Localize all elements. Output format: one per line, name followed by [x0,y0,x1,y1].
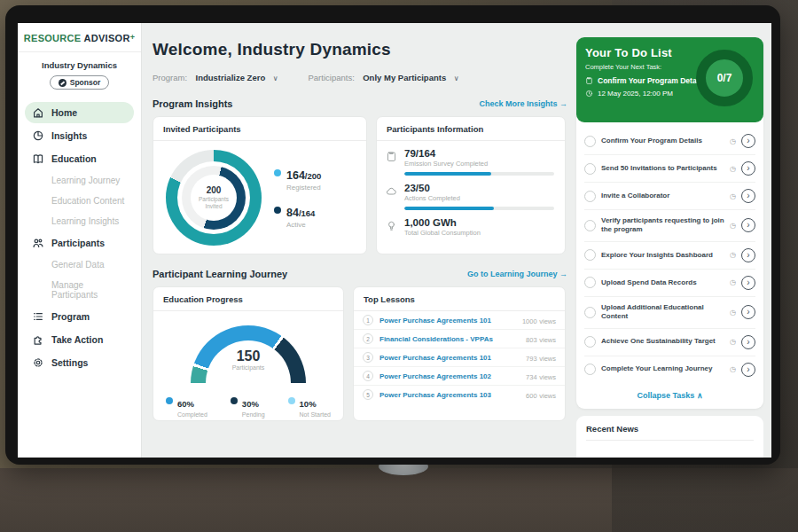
lesson-link[interactable]: Financial Considerations - VPPAs [379,335,520,343]
sidebar-item-manage-participants[interactable]: Manage Participants [25,276,134,304]
clock-icon: ◷ [730,338,736,346]
sidebar-item-learning-insights[interactable]: Learning Insights [25,212,134,231]
participants-value: Only My Participants [363,73,446,82]
card-title: Invited Participants [153,117,366,141]
logo-secondary: ADVISOR [83,33,129,43]
lesson-row: 5 Power Purchase Agreements 103 600 view… [354,386,565,403]
education-gauge-chart: 150 Participants [191,325,306,384]
clipboard-icon [386,151,397,162]
lesson-rank: 2 [363,333,373,344]
task-checkbox[interactable] [584,191,596,202]
sidebar-item-label: Education [51,153,97,164]
clock-icon: ◷ [730,137,736,145]
legend-pct: 10% [300,399,317,409]
legend-active: 84/164 Active [274,204,321,229]
logo-plus: + [130,33,136,42]
lesson-link[interactable]: Power Purchase Agreements 101 [379,317,516,325]
task-checkbox[interactable] [584,136,596,147]
sponsor-badge-label: Sponsor [70,78,100,87]
task-go-button[interactable]: › [741,335,755,349]
program-dropdown[interactable]: Program: Industrialize Zero ∨ [153,68,278,84]
go-to-learning-journey-link[interactable]: Go to Learning Journey → [467,270,567,278]
app-logo: RESOURCE ADVISOR+ [18,23,141,52]
sidebar-item-label: Home [51,107,77,118]
collapse-label: Collapse Tasks [638,391,695,400]
program-value: Industrialize Zero [196,73,266,82]
lesson-rank: 5 [363,389,373,400]
sidebar-item-label: Participants [51,238,105,248]
next-task-label: Confirm Your Program Details [598,76,705,85]
gauge-legend: 60% Completed 30% Pending 10% [153,384,343,418]
chevron-right-icon: › [747,278,749,287]
check-more-insights-link[interactable]: Check More Insights → [479,99,567,108]
task-go-button[interactable]: › [741,218,755,232]
card-title: Participants Information [377,117,565,141]
legend-registered: 164/200 Registered [274,167,321,192]
lesson-views: 793 [526,355,537,363]
task-row: Confirm Your Program Details ◷ › [584,128,755,155]
sidebar-item-general-data[interactable]: General Data [25,255,134,274]
chevron-down-icon: ∨ [454,74,459,82]
task-go-button[interactable]: › [741,363,755,377]
legend-dot [274,207,281,214]
task-checkbox[interactable] [584,336,596,348]
top-lessons-card: Top Lessons 1 Power Purchase Agreements … [353,286,566,421]
task-checkbox[interactable] [584,163,596,175]
task-checkbox[interactable] [584,220,596,231]
task-checkbox[interactable] [584,277,596,288]
task-label: Explore Your Insights Dashboard [601,251,724,260]
task-go-button[interactable]: › [741,134,755,148]
legend-value: 84 [286,207,299,219]
card-title: Education Progress [153,287,343,311]
task-go-button[interactable]: › [741,305,755,319]
chevron-right-icon: › [747,364,749,374]
task-row: Complete Your Learning Journey ◷ › [584,356,755,383]
sidebar-item-education-content[interactable]: Education Content [25,192,134,210]
sidebar-item-participants[interactable]: Participants [25,232,134,254]
task-checkbox[interactable] [584,249,596,261]
participants-information-card: Participants Information 79/164 Emission… [376,116,566,254]
todo-progress-ring: 0/7 [696,50,753,106]
lesson-rank: 3 [363,352,373,363]
task-checkbox[interactable] [584,307,596,318]
sidebar-item-education[interactable]: Education [25,148,134,169]
sidebar-item-insights[interactable]: Insights [25,125,134,146]
sidebar-item-settings[interactable]: Settings [25,352,134,373]
lesson-row: 3 Power Purchase Agreements 101 793 view… [354,348,565,367]
sidebar-item-learning-journey[interactable]: Learning Journey [25,171,134,190]
task-go-button[interactable]: › [741,189,755,203]
legend-pending: 30% Pending [231,395,265,418]
clock-icon: ◷ [730,222,736,230]
task-go-button[interactable]: › [741,161,755,176]
sidebar-item-home[interactable]: Home [25,102,134,123]
donut-center-value: 200 [207,185,222,195]
todo-card: Your To Do List Complete Your Next Task:… [576,37,763,409]
sidebar-item-program[interactable]: Program [25,306,134,327]
sidebar: RESOURCE ADVISOR+ Industry Dynamics Spon… [18,23,142,458]
participants-label: Participants: [309,73,355,82]
task-row: Send 50 Invitations to Participants ◷ › [584,155,755,183]
donut-center-label: Participants Invited [191,196,237,210]
invited-participants-card: Invited Participants 200 Participants In… [153,116,367,254]
lesson-link[interactable]: Power Purchase Agreements 101 [379,354,520,362]
task-row: Explore Your Insights Dashboard ◷ › [584,242,755,270]
logo-primary: RESOURCE [24,33,82,43]
sidebar-item-take-action[interactable]: Take Action [25,329,134,350]
card-title: Top Lessons [354,287,565,311]
lesson-link[interactable]: Power Purchase Agreements 102 [379,372,520,380]
task-go-button[interactable]: › [741,248,755,262]
stat-value: 79/164 [404,148,554,159]
participants-dropdown[interactable]: Participants: Only My Participants ∨ [309,68,459,84]
main-content: Welcome, Industry Dynamics Program: Indu… [142,23,578,458]
task-go-button[interactable]: › [741,276,755,290]
collapse-tasks-link[interactable]: Collapse Tasks ∧ [576,383,763,409]
task-label: Send 50 Invitations to Participants [601,164,724,173]
task-checkbox[interactable] [584,364,596,375]
arrow-right-icon: → [559,99,567,108]
clock-icon [585,90,593,98]
chevron-up-icon: ∧ [697,391,703,400]
lesson-link[interactable]: Power Purchase Agreements 103 [379,391,520,399]
stat-label: Emission Survey Completed [404,160,554,168]
views-suffix: views [539,373,556,381]
stat-emission-survey: 79/164 Emission Survey Completed [377,141,565,176]
